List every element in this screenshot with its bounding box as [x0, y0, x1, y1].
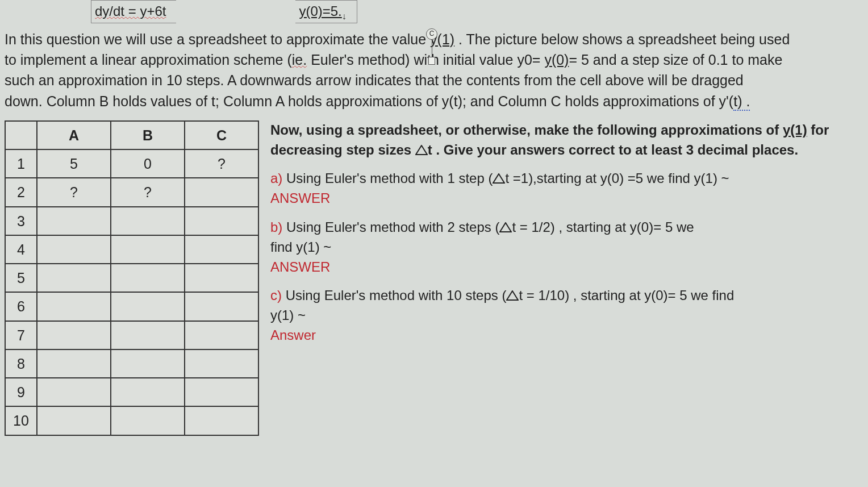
q-head-y1: y(1) [783, 122, 807, 138]
intro-text: In this question we will use a spreadshe… [5, 31, 430, 47]
formula-dy-dt[interactable]: dy/dt = y+6t [91, 0, 176, 23]
formula-initial[interactable]: y(0)=5.↓ [295, 0, 357, 23]
answer-placeholder[interactable]: ANSWER [270, 259, 330, 274]
svg-marker-1 [493, 174, 504, 183]
table-row: 7 [5, 321, 258, 349]
intro-text: down. Column B holds values of t; Column… [5, 93, 733, 109]
question-c: c) Using Euler's method with 10 steps (t… [270, 286, 863, 345]
q-b-text: find y(1) ~ [270, 239, 331, 255]
q-a-label: a) [270, 170, 282, 186]
answer-placeholder[interactable]: ANSWER [270, 190, 330, 206]
svg-marker-0 [416, 145, 427, 155]
question-a: a) Using Euler's method with 1 step (t =… [270, 169, 863, 209]
marker-stem [432, 40, 432, 57]
header-row: A B C [5, 121, 258, 149]
marker-handle-icon [428, 57, 435, 65]
svg-marker-2 [500, 223, 511, 232]
q-head-t: t [428, 142, 432, 157]
table-row: 9 [5, 378, 258, 406]
col-header-b: B [111, 121, 185, 149]
triangle-icon [506, 285, 519, 305]
q-c-text: y(1) ~ [270, 307, 306, 323]
spreadsheet-table: A B C 150? 2?? 3 4 5 6 7 8 9 10 [5, 120, 259, 436]
table-row: 6 [5, 292, 258, 320]
answer-placeholder[interactable]: Answer [270, 327, 316, 343]
q-a-text: Using Euler's method with 1 step ( [282, 170, 493, 186]
q-c-text: = 1/10) , starting at y(0)= 5 we find [523, 288, 734, 303]
q-c-text: Using Euler's method with 10 steps ( [282, 288, 506, 303]
table-row: 8 [5, 349, 258, 378]
intro-y0: y(0) [544, 52, 569, 68]
corner-cell [5, 121, 37, 149]
q-a-text: =1),starting at y(0) =5 we find y(1) ~ [509, 170, 729, 186]
comment-marker[interactable]: C [426, 28, 437, 65]
intro-text: . The picture below shows a spreadsheet … [454, 31, 790, 47]
q-head-text: . Give your answers correct to at least … [432, 142, 798, 157]
table-row: 10 [5, 406, 258, 435]
intro-ie: ie. [292, 52, 307, 68]
intro-text: to implement a linear approximation sche… [5, 52, 292, 68]
table-row: 2?? [5, 178, 258, 206]
svg-marker-3 [507, 291, 518, 300]
table-row: 5 [5, 264, 258, 292]
marker-circle-icon: C [426, 28, 437, 40]
question-b: b) Using Euler's method with 2 steps (t … [270, 218, 863, 277]
questions-block: Now, using a spreadsheet, or otherwise, … [270, 120, 863, 355]
intro-text: = 5 and a step size of 0.1 to make [569, 52, 782, 68]
triangle-icon [415, 140, 428, 160]
q-b-label: b) [270, 219, 282, 235]
table-row: 3 [5, 207, 258, 235]
table-row: 150? [5, 149, 258, 178]
q-b-text: = 1/2) , starting at y(0)= 5 we [516, 219, 694, 235]
q-c-label: c) [270, 288, 282, 303]
formula-bar: dy/dt = y+6t y(0)=5.↓ [91, 0, 868, 23]
intro-text: such an approximation in 10 steps. A dow… [5, 72, 744, 88]
cursor-icon: ↓ [342, 11, 347, 21]
col-header-a: A [37, 121, 111, 149]
triangle-icon [493, 168, 505, 188]
q-head-text: Now, using a spreadsheet, or otherwise, … [270, 122, 783, 138]
table-row: 4 [5, 235, 258, 264]
q-b-text: Using Euler's method with 2 steps ( [282, 219, 499, 235]
intro-tail: t) . [733, 93, 750, 111]
question-header: Now, using a spreadsheet, or otherwise, … [270, 120, 863, 160]
col-header-c: C [185, 121, 258, 149]
triangle-icon [499, 217, 512, 237]
